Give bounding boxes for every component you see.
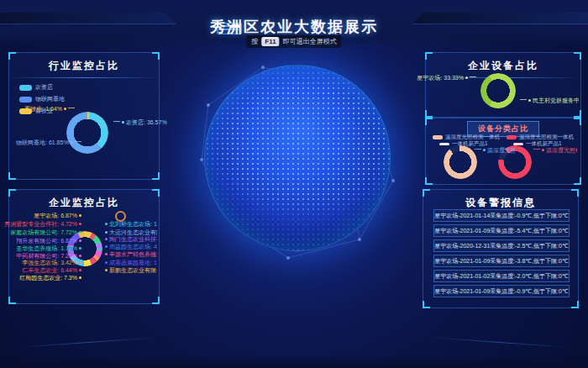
alarm-row: 星宇农场-2020-12-31采集温度:-2.5℃,低于下限:0℃ [433,239,570,252]
enterprise-label-right: 北刘桥生态农场: 11.16% [103,221,157,228]
enterprise-label-left: 中药材有限公司: 7.29% [16,253,83,260]
corner-accent [152,172,160,180]
corner-accent [574,118,581,125]
enterprise-label-left: 翔升发有限公司: 6.87% [16,238,83,244]
legend-swatch [19,85,32,91]
device-label-right: 民主村党群服务中心: [520,97,579,104]
corner-accent [425,118,433,125]
panel-device-class: 设备分类占比 温湿度光照检测一体机 一体机新产品1 温湿度光照检测一体机 一体机… [425,118,581,185]
enterprise-label-left: 家庭农场有限公司: 7.72% [10,229,83,236]
corner-accent [574,110,581,118]
legend-item[interactable]: 物联网基地 [19,95,159,103]
dashboard-background: 秀洲区农业大数据展示 按 F11 即可退出全屏模式 行业监控占比 [0,0,588,368]
panel-device-alarms: 设备警报信息 星宇农场-2021-01-14采集温度:-0.9℃,低于下限:0℃… [423,189,579,308]
enterprise-label-left: 李强生态农场: 3.42% [22,260,83,266]
legend-item[interactable]: 农资店 [19,83,159,92]
legend-swatch [433,135,443,139]
corner-accent [423,189,430,197]
corner-accent [425,110,433,118]
panel-enterprise-monitoring: 企业监控占比 星宇农场: 6.87% 秀洲蜜梨专业合作社: 4.72% 家庭农场… [8,189,160,304]
device-donut-chart[interactable] [480,73,516,108]
alarm-row: 星宇农场-2021-01-02采集温度:-2.0℃,低于下限:0℃ [433,270,570,282]
corner-accent [152,52,160,60]
globe-continents-dots [205,66,390,250]
panel-title: 企业设备占比 [426,53,580,73]
enterprise-label-right: 丰源水产特色养殖场: 1. [103,251,157,258]
corner-accent [425,177,433,185]
enterprise-label-right: 大运河生态农业有限责任公 [103,229,157,236]
chart-label-livestock: 畜牧业: 1.64% [24,106,75,113]
bottom-decoration-right [428,337,571,348]
globe [204,65,391,251]
alarm-row: 星宇农场-2021-01-09采集温度:-3.8℃,低于下限:0℃ [433,255,570,267]
corner-accent [574,177,581,185]
enterprise-label-right: 新鹏生态农业有限公司: 6.879 [103,267,157,274]
legend-swatch [507,135,517,139]
legend-swatch [19,97,32,103]
chart-label-iot: 物联网基地: 61.85% [16,139,81,146]
legend-label: 农资店 [35,83,53,92]
alarm-row: 星宇农场-2021-01-09采集温度:-0.9℃,低于下限:0℃ [433,285,570,297]
device-class-right-label: 温湿度光照检测一 [533,147,577,154]
corner-accent [8,52,16,60]
bottom-decoration-left [17,337,160,348]
panel-title: 设备警报信息 [423,190,578,210]
enterprise-label-right: 成寨蔬菜园基地: 15.02% [103,260,157,266]
enterprise-label-right: 周益园生态农场: 4.29 [103,244,157,250]
device-label-left: 星宇农场: 33.33% [417,75,476,81]
enterprise-label-right: 陶门生态农业科技有限公 [103,236,157,243]
chart-label-store: 农资店: 36.57% [113,119,167,126]
panel-device-ratio: 企业设备占比 星宇农场: 33.33% 民主村党群服务中心: [425,52,581,118]
corner-accent [571,189,579,197]
device-class-left-donut[interactable] [444,145,477,179]
corner-accent [571,301,579,308]
corner-accent [423,301,430,308]
panel-title: 企业监控占比 [9,190,159,210]
legend-swatch [439,143,449,145]
enterprise-label-left: 圣华生态养殖场: 1.72% [16,245,83,252]
corner-accent [574,52,581,60]
enterprise-label-left: 仁丰生态农业: 6.44% [22,267,83,274]
alarm-row: 星宇农场-2021-01-14采集温度:-0.9℃,低于下限:0℃ [433,209,570,222]
industry-donut-chart[interactable] [66,112,108,154]
panel-title: 行业监控占比 [9,53,159,73]
enterprise-label-left: 星宇农场: 6.87% [34,213,83,219]
legend-label: 物联网基地 [35,95,65,103]
corner-accent [425,52,433,60]
corner-accent [8,297,16,304]
corner-accent [152,297,160,304]
enterprise-label-left: 秀洲蜜梨专业合作社: 4.72% [4,221,83,228]
enterprise-label-left: 红梅园生态农业: 7.3% [19,275,83,281]
panel-industry-monitoring: 行业监控占比 农资店 物联网基地 畜牧业 畜牧业: 1.64% 农资店: 36.… [8,52,160,180]
corner-accent [8,172,16,180]
title-underline [9,77,159,78]
corner-accent [152,189,160,197]
alarm-row: 星宇农场-2021-01-09采集温度:-5.4℃,低于下限:0℃ [433,224,570,237]
device-class-left-label: 温湿度光照检测一 [475,147,515,154]
corner-accent [8,189,16,197]
bottom-fade [0,355,588,368]
